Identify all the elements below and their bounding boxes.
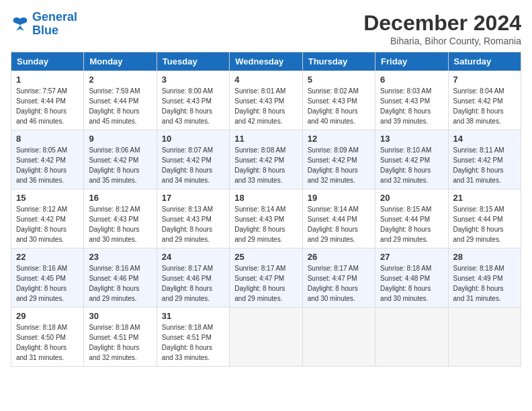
calendar-day-cell: 14Sunrise: 8:11 AM Sunset: 4:42 PM Dayli… [448, 130, 521, 189]
calendar-day-header: Wednesday [230, 52, 302, 71]
logo: General Blue [11, 11, 77, 38]
day-info: Sunrise: 8:13 AM Sunset: 4:43 PM Dayligh… [162, 204, 224, 244]
day-number: 24 [162, 252, 224, 262]
day-number: 12 [308, 134, 370, 144]
day-info: Sunrise: 8:01 AM Sunset: 4:43 PM Dayligh… [234, 86, 297, 126]
calendar-day-cell: 22Sunrise: 8:16 AM Sunset: 4:45 PM Dayli… [11, 248, 84, 308]
day-number: 17 [162, 193, 224, 203]
calendar-day-header: Friday [375, 52, 448, 71]
day-number: 8 [16, 134, 79, 144]
calendar-day-header: Tuesday [157, 52, 229, 71]
day-number: 20 [380, 193, 443, 203]
day-info: Sunrise: 8:12 AM Sunset: 4:42 PM Dayligh… [16, 204, 79, 244]
calendar-day-cell: 25Sunrise: 8:17 AM Sunset: 4:47 PM Dayli… [230, 248, 302, 308]
calendar-subtitle: Biharia, Bihor County, Romania [363, 36, 521, 46]
day-info: Sunrise: 8:00 AM Sunset: 4:43 PM Dayligh… [162, 86, 224, 126]
calendar-day-cell: 12Sunrise: 8:09 AM Sunset: 4:42 PM Dayli… [302, 130, 375, 189]
day-number: 14 [453, 134, 516, 144]
calendar-day-cell: 29Sunrise: 8:18 AM Sunset: 4:50 PM Dayli… [11, 308, 84, 367]
day-number: 15 [16, 193, 79, 203]
day-number: 6 [380, 75, 443, 85]
day-number: 18 [234, 193, 297, 203]
calendar-empty-cell [302, 308, 375, 367]
calendar-day-header: Sunday [11, 52, 84, 71]
title-area: December 2024 Biharia, Bihor County, Rom… [363, 11, 521, 46]
day-number: 22 [16, 252, 79, 262]
day-number: 30 [89, 311, 151, 321]
calendar-day-cell: 19Sunrise: 8:14 AM Sunset: 4:44 PM Dayli… [302, 189, 375, 248]
day-info: Sunrise: 8:05 AM Sunset: 4:42 PM Dayligh… [16, 145, 79, 185]
calendar-day-cell: 31Sunrise: 8:18 AM Sunset: 4:51 PM Dayli… [157, 308, 229, 367]
day-info: Sunrise: 8:17 AM Sunset: 4:46 PM Dayligh… [162, 263, 224, 304]
calendar-day-cell: 10Sunrise: 8:07 AM Sunset: 4:42 PM Dayli… [157, 130, 229, 189]
day-info: Sunrise: 8:15 AM Sunset: 4:44 PM Dayligh… [380, 204, 443, 244]
calendar-day-cell: 24Sunrise: 8:17 AM Sunset: 4:46 PM Dayli… [157, 248, 229, 308]
day-info: Sunrise: 8:11 AM Sunset: 4:42 PM Dayligh… [453, 145, 516, 185]
day-info: Sunrise: 8:14 AM Sunset: 4:43 PM Dayligh… [234, 204, 297, 244]
day-info: Sunrise: 8:14 AM Sunset: 4:44 PM Dayligh… [308, 204, 370, 244]
day-number: 2 [89, 75, 151, 85]
calendar-day-cell: 27Sunrise: 8:18 AM Sunset: 4:48 PM Dayli… [375, 248, 448, 308]
day-number: 25 [234, 252, 297, 262]
day-number: 7 [453, 75, 516, 85]
day-info: Sunrise: 8:06 AM Sunset: 4:42 PM Dayligh… [89, 145, 151, 185]
day-info: Sunrise: 8:18 AM Sunset: 4:51 PM Dayligh… [89, 322, 151, 363]
calendar-day-cell: 30Sunrise: 8:18 AM Sunset: 4:51 PM Dayli… [84, 308, 157, 367]
day-info: Sunrise: 8:17 AM Sunset: 4:47 PM Dayligh… [234, 263, 297, 304]
day-info: Sunrise: 8:16 AM Sunset: 4:45 PM Dayligh… [16, 263, 79, 304]
calendar-day-header: Monday [84, 52, 157, 71]
day-info: Sunrise: 8:04 AM Sunset: 4:42 PM Dayligh… [453, 86, 516, 126]
day-number: 9 [89, 134, 151, 144]
calendar-empty-cell [375, 308, 448, 367]
day-info: Sunrise: 8:15 AM Sunset: 4:44 PM Dayligh… [453, 204, 516, 244]
day-info: Sunrise: 8:09 AM Sunset: 4:42 PM Dayligh… [308, 145, 370, 185]
calendar-day-cell: 6Sunrise: 8:03 AM Sunset: 4:43 PM Daylig… [375, 71, 448, 130]
calendar-day-cell: 5Sunrise: 8:02 AM Sunset: 4:43 PM Daylig… [302, 71, 375, 130]
day-info: Sunrise: 8:08 AM Sunset: 4:42 PM Dayligh… [234, 145, 297, 185]
calendar-table: SundayMondayTuesdayWednesdayThursdayFrid… [11, 52, 521, 367]
calendar-day-cell: 4Sunrise: 8:01 AM Sunset: 4:43 PM Daylig… [230, 71, 302, 130]
day-number: 3 [162, 75, 224, 85]
calendar-day-cell: 20Sunrise: 8:15 AM Sunset: 4:44 PM Dayli… [375, 189, 448, 248]
calendar-day-cell: 8Sunrise: 8:05 AM Sunset: 4:42 PM Daylig… [11, 130, 84, 189]
calendar-empty-cell [448, 308, 521, 367]
calendar-day-cell: 26Sunrise: 8:17 AM Sunset: 4:47 PM Dayli… [302, 248, 375, 308]
calendar-day-cell: 15Sunrise: 8:12 AM Sunset: 4:42 PM Dayli… [11, 189, 84, 248]
day-number: 27 [380, 252, 443, 262]
calendar-week-row: 1Sunrise: 7:57 AM Sunset: 4:44 PM Daylig… [11, 71, 521, 130]
day-info: Sunrise: 8:12 AM Sunset: 4:43 PM Dayligh… [89, 204, 151, 244]
day-number: 1 [16, 75, 79, 85]
day-number: 23 [89, 252, 151, 262]
logo-icon [11, 16, 30, 32]
day-info: Sunrise: 8:03 AM Sunset: 4:43 PM Dayligh… [380, 86, 443, 126]
day-number: 11 [234, 134, 297, 144]
calendar-week-row: 22Sunrise: 8:16 AM Sunset: 4:45 PM Dayli… [11, 248, 521, 308]
calendar-day-cell: 11Sunrise: 8:08 AM Sunset: 4:42 PM Dayli… [230, 130, 302, 189]
day-number: 13 [380, 134, 443, 144]
day-number: 4 [234, 75, 297, 85]
day-number: 29 [16, 311, 79, 321]
logo-text: General Blue [32, 11, 77, 38]
day-info: Sunrise: 7:59 AM Sunset: 4:44 PM Dayligh… [89, 86, 151, 126]
day-number: 5 [308, 75, 370, 85]
calendar-day-cell: 1Sunrise: 7:57 AM Sunset: 4:44 PM Daylig… [11, 71, 84, 130]
calendar-empty-cell [230, 308, 302, 367]
day-number: 10 [162, 134, 224, 144]
day-info: Sunrise: 8:17 AM Sunset: 4:47 PM Dayligh… [308, 263, 370, 304]
calendar-day-header: Thursday [302, 52, 375, 71]
day-info: Sunrise: 8:10 AM Sunset: 4:42 PM Dayligh… [380, 145, 443, 185]
day-number: 28 [453, 252, 516, 262]
day-info: Sunrise: 8:16 AM Sunset: 4:46 PM Dayligh… [89, 263, 151, 304]
calendar-day-cell: 18Sunrise: 8:14 AM Sunset: 4:43 PM Dayli… [230, 189, 302, 248]
day-info: Sunrise: 8:18 AM Sunset: 4:51 PM Dayligh… [162, 322, 224, 363]
calendar-header-row: SundayMondayTuesdayWednesdayThursdayFrid… [11, 52, 521, 71]
day-number: 21 [453, 193, 516, 203]
day-number: 19 [308, 193, 370, 203]
calendar-day-cell: 23Sunrise: 8:16 AM Sunset: 4:46 PM Dayli… [84, 248, 157, 308]
calendar-week-row: 29Sunrise: 8:18 AM Sunset: 4:50 PM Dayli… [11, 308, 521, 367]
day-info: Sunrise: 8:07 AM Sunset: 4:42 PM Dayligh… [162, 145, 224, 185]
calendar-day-header: Saturday [448, 52, 521, 71]
calendar-day-cell: 9Sunrise: 8:06 AM Sunset: 4:42 PM Daylig… [84, 130, 157, 189]
calendar-day-cell: 13Sunrise: 8:10 AM Sunset: 4:42 PM Dayli… [375, 130, 448, 189]
calendar-day-cell: 2Sunrise: 7:59 AM Sunset: 4:44 PM Daylig… [84, 71, 157, 130]
